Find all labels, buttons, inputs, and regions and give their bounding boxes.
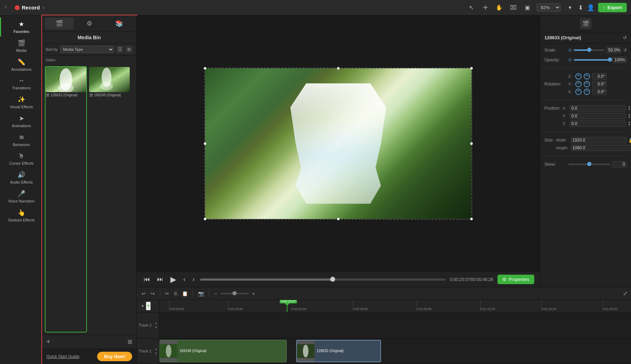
home-icon[interactable]: ⌂ bbox=[4, 4, 12, 12]
export-button[interactable]: ↑ Export bbox=[598, 3, 627, 12]
hand-tool[interactable]: ✋ bbox=[495, 3, 504, 12]
sidebar-item-animations[interactable]: ➤ Animations bbox=[0, 112, 42, 131]
scale-refresh-icon[interactable]: ↺ bbox=[623, 48, 627, 53]
scale-value[interactable]: 50.0% bbox=[606, 47, 621, 53]
sidebar-item-gesture-effects[interactable]: 👆 Gesture Effects bbox=[0, 206, 42, 225]
sidebar-item-transitions[interactable]: ↔ Transitions bbox=[0, 74, 42, 93]
rp-tab-button[interactable]: 🎬 bbox=[580, 18, 591, 29]
panel-tab-media[interactable]: 🎬 bbox=[45, 18, 74, 29]
tl-snapshot-button[interactable]: 📷 bbox=[197, 289, 205, 298]
pos-y-value[interactable] bbox=[570, 113, 626, 119]
sort-select[interactable]: Media TypeNameDate bbox=[60, 46, 114, 53]
sidebar-item-voice-narration[interactable]: 🎤 Voice Narration bbox=[0, 187, 42, 206]
grid-view-icon[interactable]: ⊞ bbox=[125, 46, 133, 53]
height-value[interactable] bbox=[571, 145, 631, 151]
buy-now-button[interactable]: Buy Now! bbox=[97, 352, 132, 361]
skew-slider[interactable] bbox=[568, 164, 610, 165]
grid-view-bottom-icon[interactable]: ⊞ bbox=[128, 338, 132, 345]
tl-track-1[interactable]: 169249 (Original) 128633 bbox=[160, 338, 631, 364]
sidebar-item-favorites[interactable]: ★ Favorites bbox=[0, 18, 42, 36]
tl-track-2[interactable] bbox=[160, 313, 631, 338]
handle-bl[interactable] bbox=[204, 218, 206, 220]
tl-clip-128633[interactable]: 128633 (Original) bbox=[296, 340, 381, 363]
rot-x-circle2[interactable] bbox=[584, 89, 590, 95]
sidebar-item-media[interactable]: 🎬 Media bbox=[0, 36, 42, 55]
skip-back-button[interactable]: ⏮ bbox=[142, 274, 151, 284]
pos-x-value[interactable] bbox=[570, 105, 626, 111]
rot-z-circle[interactable] bbox=[575, 73, 582, 80]
tl-cut-button[interactable]: ✂ bbox=[164, 289, 171, 298]
prev-frame-button[interactable]: ‹ bbox=[182, 274, 187, 284]
pos-y-stepper[interactable]: ▲ ▼ bbox=[628, 113, 631, 119]
zoom-select[interactable]: 92%100%75%50% bbox=[537, 4, 561, 12]
pos-y-down[interactable]: ▼ bbox=[628, 116, 631, 119]
playback-thumb[interactable] bbox=[330, 277, 335, 282]
tl-paste-button[interactable]: 📋 bbox=[181, 289, 189, 298]
handle-tc[interactable] bbox=[337, 67, 340, 70]
pos-z-down[interactable]: ▼ bbox=[628, 124, 631, 126]
pos-x-stepper[interactable]: ▲ ▼ bbox=[628, 105, 631, 111]
playback-progress[interactable] bbox=[200, 279, 446, 281]
skew-value[interactable]: 0 bbox=[612, 161, 627, 167]
tl-track-2-up[interactable]: ▲ bbox=[154, 321, 158, 325]
quick-start-link[interactable]: Quick Start Guide bbox=[46, 354, 80, 359]
pos-z-stepper[interactable]: ▲ ▼ bbox=[628, 121, 631, 126]
handle-br[interactable] bbox=[470, 218, 473, 220]
rp-refresh-icon[interactable]: ↺ bbox=[623, 35, 627, 40]
opacity-slider[interactable] bbox=[574, 59, 610, 61]
rot-y-circle2[interactable] bbox=[584, 81, 590, 87]
handle-mr[interactable] bbox=[470, 142, 473, 145]
tl-track-2-down[interactable]: ▼ bbox=[154, 325, 158, 329]
pos-x-down[interactable]: ▼ bbox=[628, 108, 631, 111]
download-icon[interactable]: ⬇ bbox=[578, 4, 583, 12]
size-lock-icon[interactable]: 🔒 bbox=[628, 137, 631, 143]
profile-icon[interactable]: 👤 bbox=[587, 4, 595, 12]
sidebar-item-visual-effects[interactable]: ✨ Visual Effects bbox=[0, 93, 42, 112]
next-frame-button[interactable]: › bbox=[191, 274, 196, 284]
rot-x-value[interactable] bbox=[592, 89, 607, 95]
handle-tr[interactable] bbox=[470, 67, 473, 70]
rot-z-value[interactable] bbox=[592, 73, 607, 80]
tl-redo-button[interactable]: ↪ bbox=[149, 289, 156, 298]
opacity-value[interactable]: 100% bbox=[612, 57, 627, 63]
record-button[interactable]: Record bbox=[15, 5, 40, 11]
tl-track-collapse[interactable]: ▼ bbox=[140, 303, 146, 309]
sidebar-item-annotations[interactable]: ✏️ Annotations bbox=[0, 55, 42, 74]
tl-track-1-down[interactable]: ▼ bbox=[154, 351, 158, 355]
tl-undo-button[interactable]: ↩ bbox=[140, 289, 147, 298]
sidebar-item-behaviors[interactable]: ≋ Behaviors bbox=[0, 131, 42, 150]
width-value[interactable] bbox=[571, 137, 627, 143]
properties-panel-button[interactable]: ⚙ Properties bbox=[497, 275, 534, 284]
add-media-button[interactable]: + bbox=[46, 338, 50, 346]
handle-tl[interactable] bbox=[204, 67, 206, 70]
preview-canvas[interactable]: ⊕ bbox=[205, 68, 471, 219]
skew-thumb[interactable] bbox=[587, 162, 591, 166]
tl-expand-icon[interactable]: ⤢ bbox=[623, 290, 627, 297]
frame-tool[interactable]: ▣ bbox=[523, 3, 532, 12]
tl-zoom-thumb[interactable] bbox=[232, 291, 237, 295]
media-item-169249[interactable]: 🎬 169249 (Original) bbox=[89, 67, 130, 332]
play-button[interactable]: ▶ bbox=[169, 274, 178, 286]
tl-clip-169249[interactable]: 169249 (Original) bbox=[160, 340, 287, 363]
handle-bc[interactable] bbox=[337, 218, 340, 220]
crosshair-tool[interactable]: ✛ bbox=[481, 3, 490, 12]
tl-zoom-in-button[interactable]: + bbox=[251, 289, 256, 298]
pos-z-value[interactable] bbox=[570, 121, 626, 127]
rot-z-circle2[interactable] bbox=[584, 73, 590, 80]
handle-ml[interactable] bbox=[204, 142, 206, 145]
sidebar-item-cursor-effects[interactable]: 🖱 Cursor Effects bbox=[0, 150, 42, 168]
tl-zoom-slider[interactable] bbox=[220, 293, 249, 294]
tl-track-1-up[interactable]: ▲ bbox=[154, 347, 158, 351]
list-view-icon[interactable]: ☰ bbox=[116, 46, 124, 53]
tl-copy-button[interactable]: ⎘ bbox=[173, 289, 178, 298]
panel-tab-library[interactable]: 📚 bbox=[105, 18, 134, 29]
arrow-tool[interactable]: ↖ bbox=[467, 3, 476, 12]
media-item-128633[interactable]: 🎬 128633 (Original) bbox=[46, 67, 86, 332]
rot-y-circle[interactable] bbox=[575, 81, 582, 87]
step-back-button[interactable]: ⏭ bbox=[156, 274, 165, 284]
rot-x-circle[interactable] bbox=[575, 89, 582, 95]
tl-zoom-out-button[interactable]: − bbox=[213, 289, 218, 298]
scale-slider[interactable] bbox=[574, 49, 604, 51]
tl-add-track-button[interactable]: + bbox=[146, 302, 151, 310]
panel-tab-effects[interactable]: ⚙ bbox=[75, 18, 104, 29]
